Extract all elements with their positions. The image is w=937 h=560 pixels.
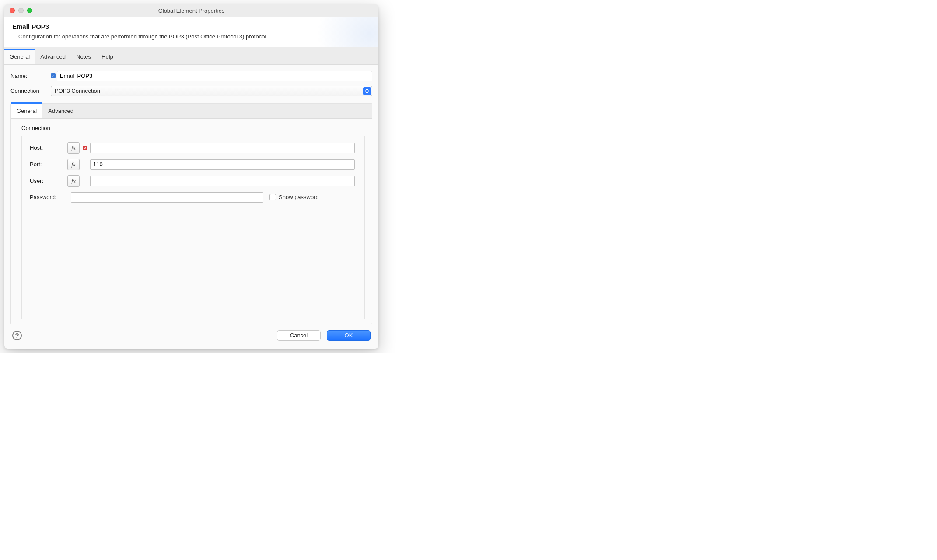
user-input[interactable] [90,176,355,186]
inner-tabs: General Advanced [11,104,372,119]
fx-button-user[interactable]: fx [67,175,80,187]
inner-tab-advanced[interactable]: Advanced [42,104,79,118]
connection-label: Connection [10,88,51,94]
connection-value: POP3 Connection [55,88,100,94]
row-password: Password: Show password [30,192,357,203]
tab-notes[interactable]: Notes [71,50,96,64]
name-input[interactable] [57,71,372,81]
host-label: Host: [30,144,66,151]
tab-advanced[interactable]: Advanced [35,50,71,64]
header-description: Configuration for operations that are pe… [12,33,327,41]
top-form: Name: i Connection POP3 Connection [10,71,372,96]
fx-button-host[interactable]: fx [67,142,80,154]
footer: ? Cancel OK [4,324,378,349]
inner-panel: General Advanced Connection Host: fx x P… [10,103,372,324]
dialog-window: Global Element Properties Email POP3 Con… [4,4,378,349]
port-label: Port: [30,161,66,168]
row-user: User: fx [30,175,357,187]
show-password-label: Show password [279,194,319,200]
connection-form: Host: fx x Port: fx User: [21,136,365,319]
inner-body: Connection Host: fx x Port: fx [11,119,372,324]
help-icon[interactable]: ? [12,331,22,340]
header-band: Email POP3 Configuration for operations … [4,17,378,47]
section-connection: Connection [21,125,365,131]
main-tabs: General Advanced Notes Help [4,47,378,65]
show-password-checkbox[interactable] [269,194,276,200]
tab-help[interactable]: Help [96,50,119,64]
body-area: Name: i Connection POP3 Connection Gener… [4,65,378,324]
password-label: Password: [30,194,66,200]
ok-button[interactable]: OK [327,330,371,341]
header-title: Email POP3 [12,23,371,30]
inner-tab-general[interactable]: General [11,102,42,118]
user-label: User: [30,178,66,184]
error-icon: x [83,146,87,150]
tab-general[interactable]: General [4,49,35,64]
cancel-button[interactable]: Cancel [277,330,321,341]
info-icon: i [51,74,56,78]
titlebar: Global Element Properties [4,4,378,17]
chevron-updown-icon [363,87,371,95]
window-title: Global Element Properties [4,7,378,14]
row-host: Host: fx x [30,142,357,154]
row-port: Port: fx [30,159,357,170]
name-label: Name: [10,73,51,79]
fx-button-port[interactable]: fx [67,159,80,170]
password-input[interactable] [71,192,263,203]
host-input[interactable] [90,143,355,153]
connection-select[interactable]: POP3 Connection [51,86,372,96]
port-input[interactable] [90,159,355,170]
